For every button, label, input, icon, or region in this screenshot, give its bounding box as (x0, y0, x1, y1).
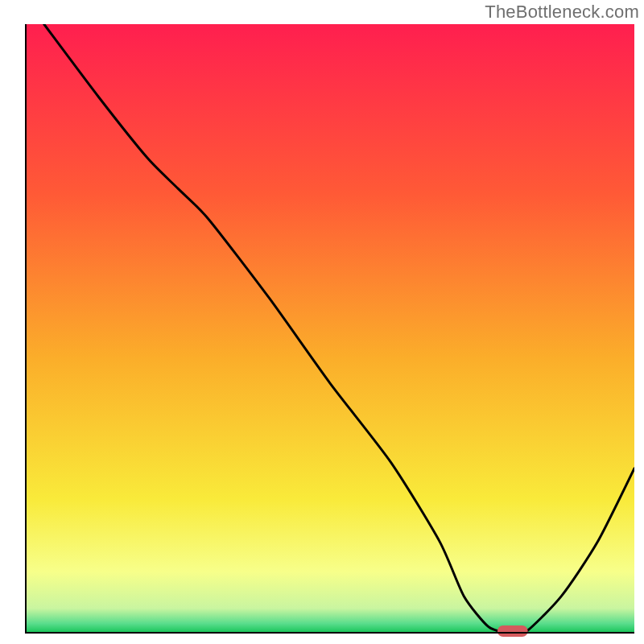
bottleneck-chart (0, 0, 644, 644)
minimum-marker (497, 625, 528, 637)
gradient-background (26, 24, 634, 633)
watermark-text: TheBottleneck.com (485, 2, 639, 23)
